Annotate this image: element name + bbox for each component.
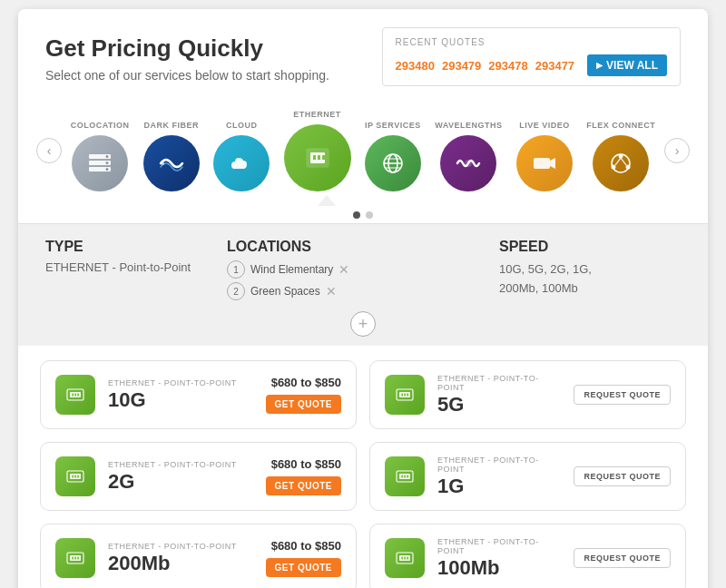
- result-info-1g: ETHERNET - Point-to-Point 1G: [437, 456, 561, 497]
- get-quote-button-2g[interactable]: GET QUOTE: [266, 476, 341, 495]
- darkfiber-icon: [143, 135, 200, 191]
- result-info-200mb: ETHERNET - Point-to-Point 200Mb: [108, 542, 253, 574]
- locations-filter: LOCATIONS 1 Wind Elementary ✕ 2 Green Sp…: [227, 239, 499, 304]
- result-icon-5g: [385, 375, 425, 415]
- recent-quotes-links: 293480 293479 293478 293477 VIEW ALL: [396, 54, 667, 76]
- service-livevideo-label: LIVE VIDEO: [519, 121, 570, 130]
- quote-link-3[interactable]: 293477: [535, 59, 574, 73]
- get-quote-button-200mb[interactable]: GET QUOTE: [266, 558, 341, 577]
- type-filter: TYPE ETHERNET - Point-to-Point: [45, 239, 227, 304]
- speed-filter-values: 10G, 5G, 2G, 1G,200Mb, 100Mb: [499, 260, 681, 299]
- svg-point-4: [106, 162, 109, 164]
- result-service-label-1g: ETHERNET - Point-to-Point: [437, 456, 561, 474]
- quote-link-2[interactable]: 293478: [488, 59, 527, 73]
- svg-rect-43: [404, 475, 406, 478]
- result-icon-10g: [55, 375, 95, 415]
- result-service-label-10g: ETHERNET - Point-to-Point: [108, 378, 253, 387]
- result-speed-10g: 10G: [108, 389, 253, 411]
- svg-rect-54: [407, 557, 408, 560]
- add-location-button[interactable]: +: [350, 311, 376, 337]
- svg-rect-32: [401, 394, 403, 397]
- result-card-200mb: ETHERNET - Point-to-Point 200Mb $680 to …: [40, 524, 357, 588]
- svg-point-20: [619, 154, 623, 159]
- result-speed-2g: 2G: [108, 471, 253, 493]
- svg-rect-38: [74, 475, 76, 478]
- ethernet-icon: [284, 124, 351, 191]
- svg-rect-27: [72, 394, 74, 397]
- get-quote-button-10g[interactable]: GET QUOTE: [266, 395, 341, 414]
- nav-next-button[interactable]: ›: [664, 138, 690, 163]
- view-all-button[interactable]: VIEW ALL: [587, 54, 667, 76]
- result-info-2g: ETHERNET - Point-to-Point 2G: [108, 460, 253, 493]
- svg-point-5: [106, 168, 109, 171]
- service-darkfiber-label: DARK FIBER: [144, 121, 200, 130]
- result-service-label-5g: ETHERNET - Point-to-Point: [437, 374, 561, 392]
- result-price-10g: $680 to $850: [271, 376, 341, 389]
- quote-link-1[interactable]: 293479: [442, 59, 481, 73]
- active-arrow-indicator: [318, 195, 336, 206]
- result-service-label-200mb: ETHERNET - Point-to-Point: [108, 542, 253, 551]
- type-filter-value: ETHERNET - Point-to-Point: [45, 260, 227, 274]
- location-item-0: 1 Wind Elementary ✕: [227, 260, 499, 279]
- main-container: Get Pricing Quickly Select one of our se…: [18, 9, 708, 588]
- wavelengths-icon: [440, 135, 496, 191]
- service-ipservices-label: IP SERVICES: [365, 121, 421, 130]
- result-card-2g: ETHERNET - Point-to-Point 2G $680 to $85…: [40, 442, 357, 511]
- result-service-label-100mb: ETHERNET - Point-to-Point: [437, 537, 561, 555]
- svg-rect-42: [401, 475, 403, 478]
- result-speed-200mb: 200Mb: [108, 553, 253, 574]
- service-ethernet[interactable]: ETHERNET: [284, 110, 351, 191]
- colocation-icon: [72, 135, 128, 191]
- results-grid: ETHERNET - Point-to-Point 10G $680 to $8…: [40, 360, 686, 588]
- svg-rect-52: [401, 557, 403, 560]
- result-card-1g: ETHERNET - Point-to-Point 1G REQUEST QUO…: [369, 442, 686, 511]
- livevideo-icon: [516, 135, 573, 191]
- service-wavelengths-label: WAVELENGTHS: [435, 121, 502, 130]
- location-item-1: 2 Green Spaces ✕: [227, 282, 499, 300]
- type-filter-title: TYPE: [45, 239, 227, 255]
- svg-line-23: [615, 158, 621, 165]
- ipservices-icon: [365, 135, 421, 191]
- result-pricing-200mb: $680 to $850 GET QUOTE: [266, 539, 341, 577]
- cloud-icon: [213, 135, 270, 191]
- results-section: ETHERNET - Point-to-Point 10G $680 to $8…: [18, 346, 708, 588]
- location-number-0: 1: [227, 260, 245, 279]
- request-quote-button-1g[interactable]: REQUEST QUOTE: [574, 466, 671, 486]
- result-pricing-2g: $680 to $850 GET QUOTE: [266, 457, 341, 495]
- result-pricing-5g: REQUEST QUOTE: [574, 385, 671, 405]
- svg-rect-49: [77, 557, 79, 560]
- filters-section: TYPE ETHERNET - Point-to-Point LOCATIONS…: [18, 223, 708, 346]
- dot-2: [366, 211, 373, 219]
- add-location-section: +: [45, 311, 681, 337]
- svg-point-21: [612, 165, 616, 170]
- request-quote-button-5g[interactable]: REQUEST QUOTE: [574, 385, 671, 405]
- result-service-label-2g: ETHERNET - Point-to-Point: [108, 460, 253, 469]
- service-livevideo[interactable]: LIVE VIDEO: [516, 121, 573, 191]
- location-close-1[interactable]: ✕: [326, 284, 337, 299]
- svg-rect-28: [74, 394, 76, 397]
- location-close-0[interactable]: ✕: [338, 262, 349, 277]
- service-flexconnect[interactable]: FLEX CONNECT: [586, 121, 655, 191]
- services-section: ‹ COLOCATION: [18, 101, 708, 223]
- result-price-200mb: $680 to $850: [271, 539, 341, 553]
- nav-prev-button[interactable]: ‹: [36, 138, 62, 163]
- result-info-5g: ETHERNET - Point-to-Point 5G: [437, 374, 561, 416]
- svg-rect-29: [77, 394, 79, 397]
- quote-link-0[interactable]: 293480: [396, 59, 435, 73]
- service-colocation[interactable]: COLOCATION: [71, 121, 130, 191]
- service-wavelengths[interactable]: WAVELENGTHS: [435, 121, 502, 191]
- service-darkfiber[interactable]: DARK FIBER: [143, 121, 200, 191]
- service-ipservices[interactable]: IP SERVICES: [365, 121, 421, 191]
- location-number-1: 2: [227, 282, 245, 300]
- svg-point-22: [626, 165, 631, 170]
- location-name-0: Wind Elementary: [250, 263, 333, 276]
- svg-rect-39: [77, 475, 79, 478]
- filters-row: TYPE ETHERNET - Point-to-Point LOCATIONS…: [45, 239, 681, 304]
- service-cloud-label: CLOUD: [226, 121, 258, 130]
- service-cloud[interactable]: CLOUD: [213, 121, 270, 191]
- result-pricing-100mb: REQUEST QUOTE: [574, 548, 671, 568]
- svg-rect-34: [407, 394, 408, 397]
- result-card-10g: ETHERNET - Point-to-Point 10G $680 to $8…: [40, 360, 357, 429]
- speed-filter-title: SPEED: [499, 239, 681, 255]
- request-quote-button-100mb[interactable]: REQUEST QUOTE: [574, 548, 671, 568]
